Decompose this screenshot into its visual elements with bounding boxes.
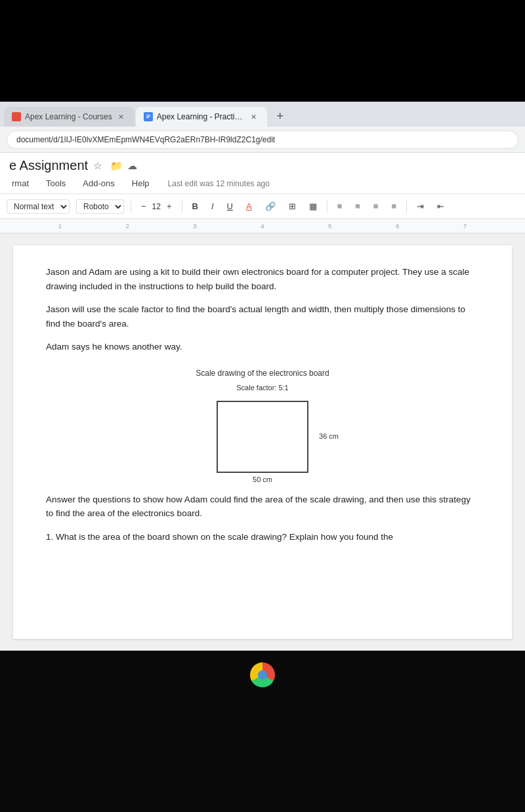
ruler-mark-2: 2 [126, 223, 129, 230]
align-left-icon[interactable]: ≡ [334, 200, 346, 213]
outdent-icon[interactable]: ⇤ [434, 200, 448, 213]
ruler-mark-7: 7 [463, 223, 467, 230]
toolbar-divider-3 [327, 201, 327, 213]
ruler: 1 2 3 4 5 6 7 [0, 219, 525, 233]
footer-text: Answer the questions to show how Adam co… [46, 493, 479, 521]
url-text: document/d/1lIJ-IE0lvXMEmEpmWN4EVqRG2aER… [16, 135, 275, 144]
tab-bar: Apex Learning - Courses ✕ Apex Learning … [0, 102, 525, 127]
ruler-mark-5: 5 [328, 223, 331, 230]
image-icon[interactable]: ⊞ [285, 200, 299, 213]
menu-format[interactable]: rmat [9, 177, 32, 190]
doc-title-bar: e Assignment ☆ 📁 ☁ rmat Tools Add-ons He… [0, 153, 525, 194]
ruler-mark-6: 6 [396, 223, 399, 230]
ruler-mark-4: 4 [261, 223, 264, 230]
figure-scale: Scale factor: 5:1 [236, 382, 289, 394]
link-icon[interactable]: 🔗 [262, 200, 279, 213]
tab-favicon-apex [12, 112, 21, 121]
font-color-button[interactable]: A [243, 200, 255, 213]
figure-container: Scale drawing of the electronics board S… [46, 367, 479, 473]
menu-addons[interactable]: Add-ons [80, 177, 117, 190]
toolbar: Normal text Roboto − 12 + B I U A 🔗 ⊞ ▦ … [0, 194, 525, 219]
align-right-icon[interactable]: ≡ [370, 200, 382, 213]
ruler-mark-1: 1 [58, 223, 62, 230]
tab-practice-assign[interactable]: Apex Learning - Practice Assign… ✕ [136, 107, 267, 127]
chrome-logo [250, 662, 275, 687]
italic-button[interactable]: I [208, 200, 217, 213]
svg-rect-3 [146, 117, 149, 118]
star-icon[interactable]: ☆ [93, 160, 105, 172]
table-icon[interactable]: ▦ [306, 200, 320, 213]
font-size-value: 12 [152, 202, 161, 211]
tab-title-practice: Apex Learning - Practice Assign… [157, 112, 245, 121]
toolbar-divider-1 [131, 201, 131, 213]
question-1: 1. What is the area of the board shown o… [46, 530, 479, 544]
ruler-mark-3: 3 [194, 223, 197, 230]
align-center-icon[interactable]: ≡ [352, 200, 364, 213]
cloud-icon[interactable]: ☁ [127, 160, 139, 172]
toolbar-divider-4 [406, 201, 407, 213]
tab-close-apex[interactable]: ✕ [116, 112, 127, 122]
paragraph-1: Jason and Adam are using a kit to build … [46, 265, 479, 293]
bezel-top [0, 0, 525, 102]
paragraph-2: Jason will use the scale factor to find … [46, 302, 479, 331]
toolbar-divider-2 [182, 201, 182, 213]
indent-icon[interactable]: ⇥ [413, 200, 427, 213]
browser-window: Apex Learning - Courses ✕ Apex Learning … [0, 102, 525, 651]
board-rectangle [217, 401, 308, 473]
menu-bar: rmat Tools Add-ons Help Last edit was 12… [9, 176, 516, 193]
doc-title-row: e Assignment ☆ 📁 ☁ [9, 158, 516, 173]
address-bar: document/d/1lIJ-IE0lvXMEmEpmWN4EVqRG2aER… [0, 127, 525, 153]
new-tab-button[interactable]: + [271, 107, 289, 125]
svg-rect-1 [146, 115, 150, 115]
font-select[interactable]: Roboto [76, 199, 124, 214]
underline-button[interactable]: U [224, 200, 236, 213]
tab-favicon-doc [144, 112, 153, 121]
menu-tools[interactable]: Tools [43, 177, 68, 190]
tab-close-practice[interactable]: ✕ [249, 112, 259, 122]
folder-icon[interactable]: 📁 [110, 160, 122, 172]
figure-title: Scale drawing of the electronics board [196, 367, 329, 380]
bold-button[interactable]: B [189, 200, 201, 213]
doc-content[interactable]: Jason and Adam are using a kit to build … [13, 245, 512, 639]
label-right: 36 cm [319, 431, 339, 443]
bezel-bottom [0, 651, 525, 812]
svg-rect-2 [146, 116, 150, 117]
url-input[interactable]: document/d/1lIJ-IE0lvXMEmEpmWN4EVqRG2aER… [7, 131, 518, 149]
label-bottom: 50 cm [253, 474, 272, 486]
font-size-minus[interactable]: − [138, 200, 150, 213]
tab-title-apex: Apex Learning - Courses [25, 112, 112, 121]
ruler-marks: 1 2 3 4 5 6 7 [7, 223, 518, 230]
last-edit-label: Last edit was 12 minutes ago [168, 179, 270, 188]
figure-wrapper: 36 cm 50 cm [217, 401, 308, 473]
align-justify-icon[interactable]: ≡ [388, 200, 400, 213]
menu-help[interactable]: Help [129, 177, 152, 190]
style-select[interactable]: Normal text [7, 199, 70, 214]
paragraph-3: Adam says he knows another way. [46, 340, 479, 354]
doc-title: e Assignment [9, 158, 88, 173]
font-size-plus[interactable]: + [163, 200, 175, 213]
tab-apex-courses[interactable]: Apex Learning - Courses ✕ [4, 107, 135, 127]
font-size-controls: − 12 + [138, 200, 175, 213]
